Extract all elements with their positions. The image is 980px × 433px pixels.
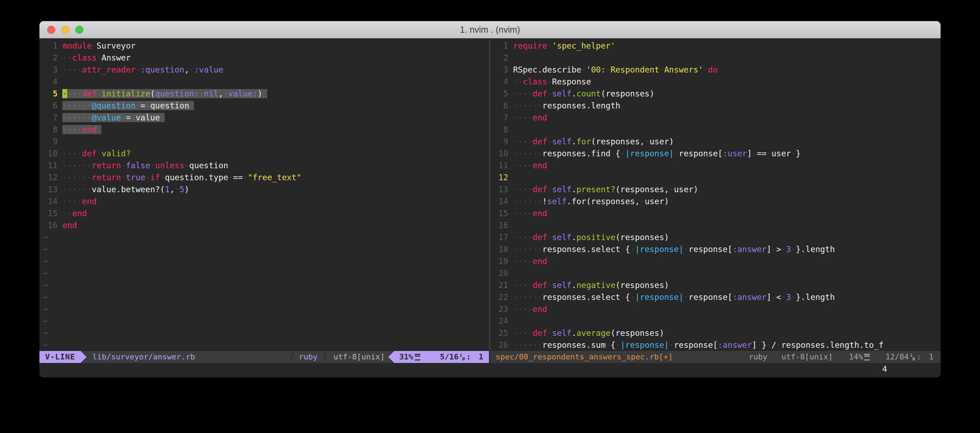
code-line[interactable]: 18 ······responses.select·{·|response|·r… (493, 243, 940, 255)
code-line[interactable]: 25 ····def·self.average(responses) (493, 327, 940, 339)
code-line[interactable]: 7 ······@value·=·value (43, 111, 489, 124)
code-line[interactable]: 14 ······!self.for(responses,·user) (493, 195, 940, 207)
empty-line-tilde: ~ (43, 293, 48, 302)
code-line[interactable]: ~ (43, 303, 489, 315)
code-buffer-right[interactable]: 1 require·'spec_helper' 2 3 RSpec.descri… (490, 40, 940, 351)
code-line[interactable]: 16 (493, 219, 940, 231)
pane-answer-rb[interactable]: 1 module·Surveyor 2 ··class·Answer 3 ···… (40, 40, 489, 363)
line-number: 10 (493, 149, 513, 158)
line-number: 7 (43, 113, 62, 122)
pending-command-count: 4 (882, 363, 887, 375)
line-number: 14 (43, 197, 62, 206)
code-line[interactable]: 7 ····end (493, 111, 940, 124)
code-line[interactable]: 1 module·Surveyor (43, 40, 489, 52)
code-line[interactable]: 9 (43, 135, 489, 148)
code-line[interactable]: 3 ····attr_reader·:question,·:value (43, 64, 489, 76)
code-line[interactable]: ~ (43, 279, 489, 291)
line-number: 19 (493, 256, 513, 266)
code-line[interactable]: 15 ··end (43, 207, 489, 219)
line-position: 5/16 (440, 351, 459, 363)
code-line[interactable]: 4 ··class·Response (493, 76, 940, 88)
filetype-label: ruby (299, 351, 318, 363)
line-number: 11 (43, 161, 62, 170)
code-line[interactable]: ~ (43, 315, 489, 327)
powerline-arrow-icon (81, 351, 87, 363)
line-number: 15 (493, 209, 513, 218)
line-number: 14 (493, 197, 513, 206)
code-line[interactable]: 5 ····def·initialize(question:·nil,·valu… (43, 88, 489, 100)
code-line[interactable]: ~ (43, 243, 489, 255)
code-line[interactable]: 8 (493, 124, 940, 135)
code-line[interactable]: 23 ····end (493, 303, 940, 315)
line-number: 2 (493, 53, 513, 62)
line-number-icon: LN (910, 353, 915, 361)
column-number: 1 (929, 351, 934, 363)
code-line[interactable]: 1 require·'spec_helper' (493, 40, 940, 52)
code-line[interactable]: 8 ····end (43, 124, 489, 135)
line-number: 6 (43, 101, 62, 110)
code-line[interactable]: ~ (43, 255, 489, 267)
code-line[interactable]: 11 ····end (493, 159, 940, 172)
code-line[interactable]: ~ (43, 291, 489, 303)
statusline-left: V-LINE lib/surveyor/answer.rb ruby utf-8… (40, 351, 489, 363)
line-number: 4 (493, 77, 513, 86)
code-line[interactable]: 4 (43, 76, 489, 88)
code-line[interactable]: 22 ······responses.select·{·|response|·r… (493, 291, 940, 303)
code-line[interactable]: 12 (493, 172, 940, 183)
empty-line-tilde: ~ (43, 341, 48, 350)
empty-line-tilde: ~ (43, 280, 48, 290)
line-number: 16 (493, 221, 513, 230)
code-line[interactable]: 13 ····def·self.present?(responses,·user… (493, 183, 940, 195)
code-line[interactable]: 6 ······@question·=·question (43, 100, 489, 111)
code-line[interactable]: ~ (43, 339, 489, 351)
powerline-arrow-icon (388, 351, 394, 363)
code-line[interactable]: 14 ····end (43, 195, 489, 207)
line-number: 13 (43, 185, 62, 194)
code-line[interactable]: 2 ··class·Answer (43, 52, 489, 64)
code-line[interactable]: 21 ····def·self.negative(responses) (493, 279, 940, 291)
menu-lines-icon (864, 354, 870, 360)
code-line[interactable]: ~ (43, 327, 489, 339)
line-position: 12/84 (885, 351, 908, 363)
pane-spec-rb[interactable]: 1 require·'spec_helper' 2 3 RSpec.descri… (490, 40, 940, 363)
colon-separator: : (916, 351, 921, 363)
line-number: 1 (43, 41, 62, 50)
code-line[interactable]: 12 ······return·true·if·question.type·==… (43, 172, 489, 183)
code-line[interactable]: 10 ······responses.find·{·|response|·res… (493, 148, 940, 159)
code-line[interactable]: 9 ····def·self.for(responses,·user) (493, 135, 940, 148)
line-number: 13 (493, 185, 513, 194)
code-line[interactable]: 11 ······return·false·unless·question (43, 159, 489, 172)
line-number: 23 (493, 304, 513, 314)
encoding-label: utf-8[unix] (781, 351, 833, 363)
code-line[interactable]: 17 ····def·self.positive(responses) (493, 231, 940, 243)
code-line[interactable]: 2 (493, 52, 940, 64)
line-number: 12 (43, 173, 62, 182)
position-info: 31% 5/16 LN : 1 (394, 351, 489, 363)
code-line[interactable]: 5 ····def·self.count(responses) (493, 88, 940, 100)
encoding-label: utf-8[unix] (333, 351, 385, 363)
code-line[interactable]: 20 (493, 267, 940, 279)
desktop: 1. nvim . (nvim) 1 module·Surveyor 2 ··c… (0, 0, 980, 433)
empty-line-tilde: ~ (43, 304, 48, 314)
code-line[interactable]: 10 ····def·valid? (43, 148, 489, 159)
code-line[interactable]: 6 ······responses.length (493, 100, 940, 111)
line-number: 22 (493, 293, 513, 302)
code-buffer-left[interactable]: 1 module·Surveyor 2 ··class·Answer 3 ···… (40, 40, 489, 351)
line-number: 15 (43, 209, 62, 218)
code-line[interactable]: 24 (493, 315, 940, 327)
code-line[interactable]: 26 ······responses.sum·{·|response|·resp… (493, 339, 940, 351)
code-line[interactable]: 16 end (43, 219, 489, 231)
line-number: 17 (493, 233, 513, 242)
code-line[interactable]: ~ (43, 231, 489, 243)
editor-splits: 1 module·Surveyor 2 ··class·Answer 3 ···… (40, 40, 940, 363)
titlebar[interactable]: 1. nvim . (nvim) (40, 21, 940, 38)
colon-separator: : (466, 351, 471, 363)
line-number: 26 (493, 341, 513, 350)
command-line[interactable]: 4 (40, 363, 940, 375)
code-line[interactable]: 15 ····end (493, 207, 940, 219)
code-line[interactable]: 3 RSpec.describe·'00:·Respondent·Answers… (493, 64, 940, 76)
empty-line-tilde: ~ (43, 317, 48, 326)
code-line[interactable]: ~ (43, 267, 489, 279)
code-line[interactable]: 13 ······value.between?(1,·5) (43, 183, 489, 195)
code-line[interactable]: 19 ····end (493, 255, 940, 267)
